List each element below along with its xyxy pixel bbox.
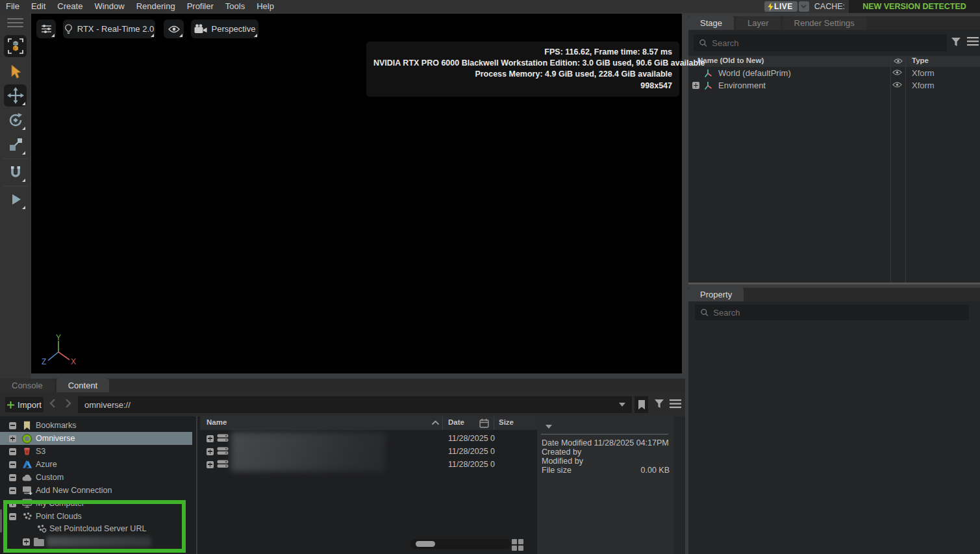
slider-handle[interactable]	[416, 541, 435, 547]
column-type-label[interactable]: Type	[912, 57, 929, 64]
expand-icon[interactable]	[207, 435, 214, 442]
play-button[interactable]	[4, 188, 27, 210]
import-button[interactable]: Import	[5, 397, 44, 412]
menu-icon	[967, 37, 979, 46]
address-dropdown-icon[interactable]	[619, 403, 625, 407]
column-name-label[interactable]: Name (Old to New)	[697, 57, 764, 64]
viewport-settings-button[interactable]	[36, 19, 56, 38]
forward-button[interactable]	[65, 398, 71, 409]
stage-options-button[interactable]	[967, 37, 979, 46]
collapse-icon[interactable]	[9, 487, 16, 494]
tree-scrollbar[interactable]	[0, 509, 2, 533]
camera-button[interactable]: Perspective	[191, 19, 258, 38]
back-button[interactable]	[49, 398, 56, 409]
collapse-icon[interactable]	[9, 422, 16, 429]
tree-item-custom[interactable]: Custom	[0, 471, 192, 484]
renderer-label: RTX - Real-Time 2.0	[77, 24, 154, 34]
menu-rendering[interactable]: Rendering	[131, 0, 181, 13]
menu-create[interactable]: Create	[51, 0, 88, 13]
prim-name[interactable]: Environment	[718, 81, 766, 90]
details-collapse-icon[interactable]	[546, 425, 552, 429]
column-date-label[interactable]: Date	[448, 418, 464, 426]
stage-search-box[interactable]	[694, 34, 947, 51]
sort-ascending-icon[interactable]	[431, 420, 440, 425]
address-input[interactable]	[84, 400, 619, 410]
content-filter-button[interactable]	[654, 399, 665, 409]
stage-filter-button[interactable]	[951, 37, 962, 47]
expand-icon[interactable]	[207, 448, 214, 455]
grid-view-button[interactable]	[512, 539, 523, 550]
viewport[interactable]: RTX - Real-Time 2.0 Perspective FPS: 116…	[31, 14, 682, 373]
tab-layer[interactable]: Layer	[736, 16, 781, 30]
collapse-icon[interactable]	[9, 448, 16, 455]
live-button[interactable]: LIVE	[764, 1, 798, 12]
tab-console[interactable]: Console	[0, 379, 55, 392]
tree-item-set-pointcloud-server-url[interactable]: Set Pointcloud Server URL	[0, 522, 192, 535]
expand-icon[interactable]	[692, 82, 699, 89]
tab-render-settings-label: Render Settings	[794, 18, 855, 28]
panel-divider[interactable]	[196, 416, 197, 554]
menu-profiler[interactable]: Profiler	[181, 0, 220, 13]
column-size-label[interactable]: Size	[499, 418, 514, 426]
selection-mode-button[interactable]	[4, 35, 27, 57]
tab-render-settings[interactable]: Render Settings	[783, 16, 866, 30]
tree-item-bookmarks[interactable]: Bookmarks	[0, 419, 192, 432]
column-name-label[interactable]: Name	[207, 418, 227, 426]
tab-stage[interactable]: Stage	[688, 16, 734, 30]
content-options-button[interactable]	[670, 399, 681, 409]
dropdown-corner-icon	[51, 34, 55, 37]
thumbnail-size-slider[interactable]	[410, 539, 510, 549]
stage-column-header[interactable]: Name (Old to New) Type	[688, 56, 980, 67]
rotate-tool-button[interactable]	[4, 109, 27, 131]
property-search-input[interactable]	[713, 308, 964, 318]
tool-dropdown-corner-icon	[22, 179, 25, 182]
menu-window[interactable]: Window	[88, 0, 130, 13]
panel-splitter[interactable]	[688, 283, 980, 284]
tab-content[interactable]: Content	[57, 379, 110, 392]
property-search-box[interactable]	[695, 305, 969, 320]
expand-icon[interactable]	[9, 500, 16, 507]
visibility-button[interactable]	[164, 19, 184, 38]
tree-item-label: Custom	[36, 473, 64, 482]
stage-search-input[interactable]	[712, 38, 942, 48]
expand-icon[interactable]	[23, 538, 30, 546]
collapse-icon[interactable]	[9, 474, 16, 481]
camera-label: Perspective	[212, 24, 256, 34]
stage-row-world[interactable]: World (defaultPrim) Xform	[688, 67, 980, 79]
select-tool-button[interactable]	[4, 61, 27, 83]
prim-name[interactable]: World (defaultPrim)	[718, 68, 791, 78]
tree-item-azure[interactable]: Azure	[0, 458, 192, 471]
tab-property[interactable]: Property	[688, 288, 744, 301]
tree-item-add-new-connection[interactable]: Add New Connection	[0, 484, 192, 497]
prim-type: Xform	[912, 68, 935, 78]
toolbar-grip-icon[interactable]	[7, 18, 23, 30]
menu-file[interactable]: File	[0, 0, 25, 13]
calendar-icon[interactable]	[479, 418, 489, 428]
collapse-icon[interactable]	[9, 513, 16, 520]
tab-layer-label: Layer	[748, 18, 769, 28]
filter-icon	[654, 399, 665, 409]
menu-help[interactable]: Help	[251, 0, 280, 13]
tree-item-omniverse[interactable]: Omniverse	[0, 432, 192, 445]
tree-item-server-folder[interactable]	[0, 535, 192, 548]
collapse-icon[interactable]	[9, 461, 16, 468]
live-dropdown-button[interactable]	[799, 1, 809, 12]
azure-icon	[21, 459, 32, 470]
stage-row-environment[interactable]: Environment Xform	[688, 79, 980, 92]
menu-tools[interactable]: Tools	[220, 0, 251, 13]
expand-icon[interactable]	[207, 461, 214, 468]
move-tool-button[interactable]	[4, 84, 27, 107]
visibility-eye-icon[interactable]	[892, 69, 902, 76]
scale-tool-button[interactable]	[4, 134, 27, 156]
file-list-header[interactable]: Name Date Size	[200, 416, 537, 430]
expand-icon[interactable]	[9, 435, 16, 442]
address-bar[interactable]	[78, 396, 632, 413]
visibility-eye-icon[interactable]	[892, 81, 902, 88]
snap-tool-button[interactable]	[4, 161, 27, 183]
tree-item-my-computer[interactable]: My Computer	[0, 497, 192, 510]
menu-edit[interactable]: Edit	[25, 0, 51, 13]
renderer-button[interactable]: RTX - Real-Time 2.0	[63, 19, 155, 38]
bookmark-button[interactable]	[634, 396, 648, 413]
tree-item-point-clouds[interactable]: Point Clouds	[0, 510, 192, 523]
tree-item-s3[interactable]: S3	[0, 445, 192, 458]
